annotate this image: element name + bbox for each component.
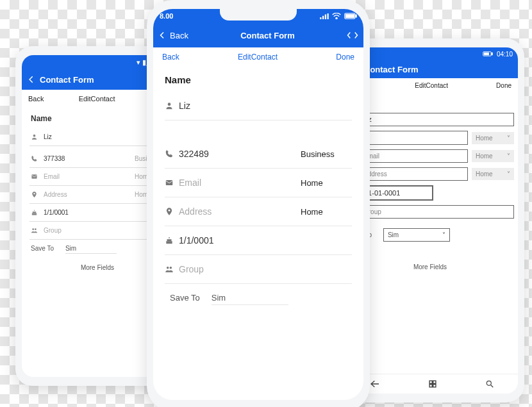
back-button[interactable]: Back <box>28 95 44 103</box>
nav-home-icon[interactable] <box>428 379 437 388</box>
uwp-navbar <box>346 374 518 394</box>
chevron-down-icon: ˅ <box>507 153 510 160</box>
address-row[interactable]: Address Home <box>29 186 165 204</box>
done-button[interactable]: Done <box>336 53 354 62</box>
more-fields-button[interactable]: More Fields <box>29 259 165 276</box>
phone-row[interactable]: Home˅ <box>346 131 514 145</box>
email-field: Email <box>179 178 295 188</box>
title-bar: Back Contact Form <box>153 23 363 47</box>
cake-icon <box>29 209 38 216</box>
saveto-dropdown[interactable]: Sim˅ <box>383 228 450 242</box>
status-bar: ◢ ⦾ 04:10 <box>346 47 518 60</box>
address-type[interactable]: Home <box>301 207 352 217</box>
saveto-label: Save To <box>170 293 200 305</box>
birthday-row[interactable]: 1/1/0001 <box>165 226 352 255</box>
group-icon <box>165 265 174 274</box>
svg-rect-22 <box>492 53 492 55</box>
email-row[interactable]: Email Home <box>29 168 165 186</box>
birthday-field[interactable]: 01-01-0001 <box>359 185 433 201</box>
name-row[interactable]: Liz <box>165 92 352 120</box>
address-field[interactable]: Address <box>359 167 468 181</box>
group-row[interactable]: Group <box>165 255 352 284</box>
email-type[interactable]: Home˅ <box>472 150 514 162</box>
saveto-value[interactable]: Sim <box>65 245 117 254</box>
svg-rect-7 <box>322 15 324 19</box>
back-chevron-icon[interactable] <box>158 30 166 40</box>
wifi-icon: ▾ <box>137 58 140 67</box>
svg-point-17 <box>169 237 170 238</box>
address-field: Address <box>44 191 129 198</box>
saveto-value[interactable]: Sim <box>212 293 288 305</box>
svg-point-18 <box>167 267 169 269</box>
group-row[interactable]: Group <box>29 222 165 240</box>
person-icon <box>29 133 38 140</box>
birthday-row[interactable]: 1/1/0001 <box>29 204 165 222</box>
svg-rect-32 <box>433 385 436 387</box>
svg-point-14 <box>168 103 171 106</box>
svg-point-16 <box>169 210 170 212</box>
svg-rect-30 <box>433 381 436 383</box>
phone-row[interactable]: 377338 Business <box>29 150 165 168</box>
svg-point-33 <box>486 381 491 385</box>
birthday-row[interactable]: 01-01-0001 <box>346 185 514 201</box>
svg-point-19 <box>170 267 172 269</box>
svg-point-3 <box>33 210 34 211</box>
edit-tab[interactable]: EditContact <box>415 82 448 89</box>
ios-screen: 8.00 Back Contact Form Back EditContact … <box>153 9 363 400</box>
back-button[interactable]: Back <box>162 53 179 62</box>
phone-row[interactable]: 322489 Business <box>165 140 352 169</box>
section-name: Name <box>347 98 513 108</box>
name-row[interactable]: Liz <box>29 128 165 146</box>
email-type[interactable]: Home <box>301 178 352 188</box>
group-row[interactable]: Group <box>346 205 514 219</box>
chevron-down-icon: ˅ <box>442 231 445 238</box>
ios-device: 8.00 Back Contact Form Back EditContact … <box>147 0 370 407</box>
nav-search-icon[interactable] <box>485 379 494 388</box>
name-row[interactable]: Liz <box>346 113 514 126</box>
email-row[interactable]: Email Home <box>165 169 352 197</box>
phone-field[interactable] <box>359 131 468 145</box>
time-label: 04:10 <box>497 51 513 58</box>
phone-field: 377338 <box>44 155 129 162</box>
more-fields-button[interactable]: More Fields <box>346 258 514 276</box>
phone-icon <box>165 149 174 158</box>
chevron-down-icon: ˅ <box>507 170 510 178</box>
address-row[interactable]: Address Home˅ <box>346 167 514 181</box>
svg-rect-1 <box>31 174 37 178</box>
group-field[interactable]: Group <box>359 205 514 219</box>
svg-rect-31 <box>429 385 432 387</box>
email-field: Email <box>44 173 129 180</box>
signal-icon <box>320 13 329 19</box>
address-type[interactable]: Home˅ <box>472 168 514 180</box>
mail-icon <box>29 173 38 180</box>
section-name: Name <box>165 74 352 85</box>
nav-back-icon[interactable] <box>370 379 380 388</box>
address-row[interactable]: Address Home <box>165 197 352 226</box>
svg-rect-12 <box>345 14 354 17</box>
time-label: 8.00 <box>160 12 173 20</box>
back-arrow-icon[interactable] <box>27 75 36 84</box>
notch <box>220 6 297 21</box>
group-field: Group <box>179 264 352 274</box>
email-row[interactable]: Email Home˅ <box>346 149 514 163</box>
edit-tab[interactable]: EditContact <box>238 53 278 62</box>
pin-icon <box>29 191 38 198</box>
done-button[interactable]: Done <box>496 82 511 89</box>
person-icon <box>165 101 174 110</box>
email-field[interactable]: Email <box>359 149 468 163</box>
svg-point-2 <box>33 193 35 194</box>
phone-type[interactable]: Home˅ <box>472 132 514 144</box>
svg-rect-21 <box>484 53 488 55</box>
mail-icon <box>165 178 174 187</box>
group-icon <box>29 227 38 234</box>
battery-icon <box>344 13 357 19</box>
svg-point-5 <box>34 228 36 230</box>
birthday-field: 1/1/0001 <box>179 235 352 245</box>
back-label[interactable]: Back <box>170 31 188 40</box>
edit-tab[interactable]: EditContact <box>79 95 115 103</box>
phone-type[interactable]: Business <box>301 149 352 159</box>
page-title: Contact Form <box>364 65 513 74</box>
code-icon[interactable] <box>347 31 358 39</box>
section-name: Name <box>31 114 164 123</box>
name-field[interactable]: Liz <box>359 113 514 126</box>
